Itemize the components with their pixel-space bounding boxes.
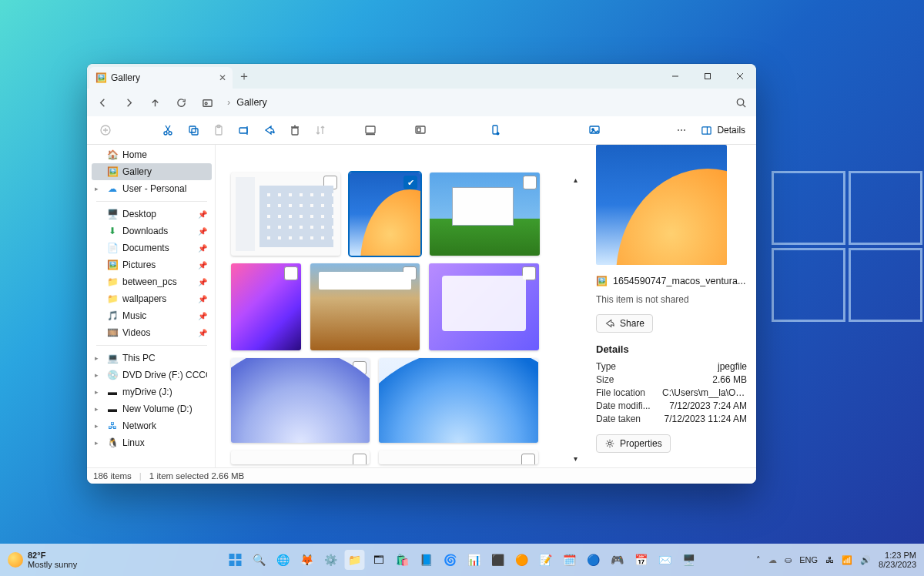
checkbox[interactable] bbox=[353, 454, 367, 464]
taskbar-app[interactable]: 🌐 bbox=[273, 550, 293, 570]
taskbar[interactable]: 82°F Mostly sunny 🔍 🌐 🦊 ⚙️ 📁 🗔 🛍️ 📘 🌀 📊 … bbox=[0, 544, 924, 576]
chevron-right-icon[interactable]: ▸ bbox=[95, 388, 99, 396]
onedrive-tray-icon[interactable]: ☁ bbox=[768, 555, 777, 565]
checkbox[interactable] bbox=[522, 266, 536, 280]
maximize-button[interactable] bbox=[691, 64, 724, 89]
taskbar-file-explorer[interactable]: 📁 bbox=[345, 550, 365, 570]
chevron-right-icon[interactable]: ▸ bbox=[95, 439, 99, 447]
checkbox[interactable] bbox=[284, 266, 298, 280]
share-button[interactable] bbox=[259, 119, 280, 141]
checkbox[interactable] bbox=[323, 176, 337, 189]
properties-button[interactable]: Properties bbox=[596, 434, 671, 453]
thumbnail[interactable] bbox=[231, 358, 370, 443]
chevron-right-icon[interactable]: ▸ bbox=[95, 422, 99, 430]
thumbnail[interactable] bbox=[379, 358, 538, 443]
scroll-up-icon[interactable]: ▴ bbox=[574, 176, 578, 184]
thumbnail-selected[interactable]: ✔ bbox=[350, 172, 420, 256]
taskbar-app[interactable]: 📊 bbox=[464, 550, 484, 570]
scroll-down-icon[interactable]: ▾ bbox=[574, 454, 578, 463]
location-icon[interactable] bbox=[198, 93, 216, 112]
sidebar-item-home[interactable]: 🏠Home bbox=[92, 146, 212, 163]
new-button[interactable] bbox=[95, 119, 116, 141]
minimize-button[interactable] bbox=[659, 64, 691, 89]
taskbar-app[interactable]: 📘 bbox=[417, 550, 437, 570]
sidebar-item-pictures[interactable]: 🖼️Pictures📌 bbox=[92, 256, 212, 273]
sidebar-item-music[interactable]: 🎵Music📌 bbox=[92, 307, 212, 324]
taskbar-app[interactable]: 🖥️ bbox=[679, 550, 699, 570]
breadcrumb[interactable]: › Gallery bbox=[227, 97, 267, 108]
sidebar-item-downloads[interactable]: ⬇Downloads📌 bbox=[92, 223, 212, 239]
taskbar-app[interactable]: 🌀 bbox=[440, 550, 460, 570]
thumbnail[interactable] bbox=[310, 263, 420, 350]
search-taskbar-button[interactable]: 🔍 bbox=[249, 550, 270, 570]
background-button[interactable] bbox=[584, 119, 604, 141]
sidebar-item-newvol[interactable]: ▸▬New Volume (D:) bbox=[92, 400, 212, 417]
wifi-tray-icon[interactable]: 📶 bbox=[842, 555, 852, 565]
paste-button[interactable] bbox=[208, 119, 229, 141]
sort-button[interactable] bbox=[310, 119, 330, 141]
sidebar-item-gallery[interactable]: 🖼️Gallery bbox=[92, 163, 212, 180]
sidebar-item-documents[interactable]: 📄Documents📌 bbox=[92, 239, 212, 256]
taskbar-app[interactable]: 🦊 bbox=[297, 550, 317, 570]
chevron-right-icon[interactable]: ▸ bbox=[95, 405, 99, 413]
phone-sync-button[interactable] bbox=[484, 119, 505, 141]
taskbar-app[interactable]: 📝 bbox=[536, 550, 556, 570]
more-button[interactable] bbox=[671, 119, 691, 141]
thumbnail[interactable] bbox=[430, 172, 540, 256]
checkbox[interactable] bbox=[403, 266, 417, 280]
taskbar-app[interactable]: 🗓️ bbox=[560, 550, 580, 570]
thumbnail[interactable] bbox=[379, 450, 538, 464]
copy-button[interactable] bbox=[182, 119, 203, 141]
taskbar-app[interactable]: 🟠 bbox=[512, 550, 532, 570]
checkbox[interactable] bbox=[521, 361, 535, 375]
taskbar-app[interactable]: 🎮 bbox=[608, 550, 628, 570]
tray-icon[interactable]: ⛀ bbox=[785, 555, 792, 565]
taskbar-clock[interactable]: 1:23 PM 8/23/2023 bbox=[879, 551, 916, 569]
taskbar-app[interactable]: 🗔 bbox=[369, 550, 389, 570]
chevron-right-icon[interactable]: ▸ bbox=[95, 354, 99, 362]
sidebar-item-between[interactable]: 📁between_pcs📌 bbox=[92, 273, 212, 290]
volume-tray-icon[interactable]: 🔊 bbox=[860, 555, 871, 565]
delete-button[interactable] bbox=[284, 119, 305, 141]
taskbar-app[interactable]: 🔵 bbox=[584, 550, 604, 570]
taskbar-app[interactable]: 🛍️ bbox=[393, 550, 413, 570]
taskbar-app[interactable]: 📅 bbox=[631, 550, 651, 570]
language-indicator[interactable]: ENG bbox=[799, 555, 818, 564]
close-tab-icon[interactable]: ✕ bbox=[219, 72, 226, 83]
sidebar-item-mydrive[interactable]: ▸▬myDrive (J:) bbox=[92, 383, 212, 400]
taskbar-app[interactable]: ⬛ bbox=[488, 550, 508, 570]
filter-button[interactable] bbox=[410, 119, 430, 141]
tab-gallery[interactable]: 🖼️ Gallery ✕ bbox=[89, 67, 233, 89]
details-pane-toggle[interactable]: Details bbox=[701, 125, 745, 136]
refresh-button[interactable] bbox=[172, 93, 190, 112]
taskbar-weather[interactable]: 82°F Mostly sunny bbox=[8, 551, 77, 569]
checkbox[interactable] bbox=[523, 176, 537, 189]
network-tray-icon[interactable]: 🖧 bbox=[825, 555, 834, 564]
sidebar-item-wallpapers[interactable]: 📁wallpapers📌 bbox=[92, 290, 212, 307]
tray-chevron-icon[interactable]: ˄ bbox=[756, 555, 761, 565]
chevron-right-icon[interactable]: ▸ bbox=[95, 371, 99, 379]
close-button[interactable] bbox=[724, 64, 756, 89]
sidebar-item-videos[interactable]: 🎞️Videos📌 bbox=[92, 324, 212, 341]
sidebar-item-user[interactable]: ▸☁User - Personal bbox=[92, 180, 212, 197]
sidebar-item-thispc[interactable]: ▸💻This PC bbox=[92, 350, 212, 367]
sidebar-item-desktop[interactable]: 🖥️Desktop📌 bbox=[92, 206, 212, 223]
up-button[interactable] bbox=[146, 93, 164, 112]
titlebar[interactable]: 🖼️ Gallery ✕ ＋ bbox=[87, 64, 756, 89]
forward-button[interactable] bbox=[119, 93, 138, 112]
sidebar-item-linux[interactable]: ▸🐧Linux bbox=[92, 434, 212, 451]
thumbnail[interactable] bbox=[231, 450, 370, 464]
thumbnail[interactable] bbox=[429, 263, 539, 350]
rename-button[interactable] bbox=[233, 119, 254, 141]
share-button[interactable]: Share bbox=[596, 314, 653, 333]
sidebar-item-network[interactable]: ▸🖧Network bbox=[92, 417, 212, 434]
taskbar-tray[interactable]: ˄ ☁ ⛀ ENG 🖧 📶 🔊 1:23 PM 8/23/2023 bbox=[756, 551, 916, 569]
new-tab-button[interactable]: ＋ bbox=[233, 64, 256, 89]
checkbox[interactable] bbox=[353, 361, 367, 375]
gallery-view[interactable]: ▴ ✔ bbox=[216, 145, 587, 467]
cut-button[interactable] bbox=[157, 119, 178, 141]
checkbox-checked[interactable]: ✔ bbox=[403, 176, 417, 189]
thumbnail[interactable] bbox=[231, 172, 340, 256]
taskbar-app[interactable]: ✉️ bbox=[655, 550, 675, 570]
sidebar-item-dvd[interactable]: ▸💿DVD Drive (F:) CCCOMA_X64FRE_E bbox=[92, 367, 212, 383]
